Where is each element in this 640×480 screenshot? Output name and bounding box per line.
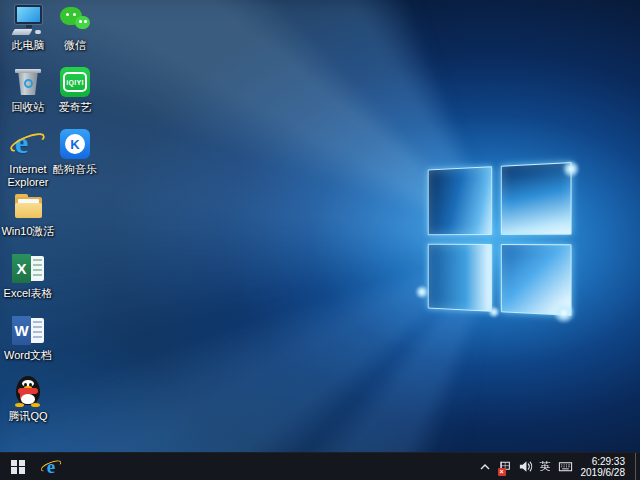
clock-date: 2019/6/28: [581, 467, 626, 478]
desktop: 此电脑 微信 回收站 iQIYI 爱奇艺 e: [0, 0, 640, 480]
qq-icon: [11, 375, 45, 408]
windows-logo-pane: [428, 166, 492, 234]
taskbar-internet-explorer-button[interactable]: e: [36, 453, 66, 480]
taskbar: e × 英: [0, 452, 640, 480]
icon-label: Word文档: [0, 349, 56, 362]
iqiyi-icon: iQIYI: [58, 66, 92, 99]
desktop-icon-wechat[interactable]: 微信: [47, 4, 103, 52]
desktop-icon-win10-activate[interactable]: Win10激活: [0, 190, 56, 238]
windows-logo-pane: [428, 243, 492, 311]
system-tray: × 英 6:29:33 2019/6/28: [477, 453, 640, 480]
windows-logo-pane: [500, 162, 571, 234]
icon-label: 微信: [47, 39, 103, 52]
light-glint: [415, 285, 429, 299]
tray-input-language-indicator[interactable]: 英: [537, 453, 554, 480]
light-glint: [488, 306, 500, 318]
kugou-music-icon: K: [58, 128, 92, 161]
icon-label: 腾讯QQ: [0, 410, 56, 423]
desktop-icon-excel[interactable]: X Excel表格: [0, 252, 56, 300]
windows-logo: [428, 162, 572, 316]
taskbar-clock[interactable]: 6:29:33 2019/6/28: [577, 453, 633, 480]
clock-time: 6:29:33: [592, 456, 625, 467]
folder-icon: [11, 190, 45, 223]
icon-label: Excel表格: [0, 287, 56, 300]
wechat-icon: [58, 4, 92, 37]
tray-chevron-up-icon[interactable]: [477, 453, 494, 480]
icon-label: Win10激活: [0, 225, 56, 238]
tray-touch-keyboard-icon[interactable]: [557, 453, 574, 480]
tray-security-flag-icon[interactable]: ×: [497, 453, 514, 480]
word-icon: W: [11, 314, 45, 347]
desktop-icon-tencent-qq[interactable]: 腾讯QQ: [0, 375, 56, 423]
this-pc-icon: [11, 4, 45, 37]
desktop-icon-word[interactable]: W Word文档: [0, 314, 56, 362]
windows-start-icon: [11, 460, 25, 474]
excel-icon: X: [11, 252, 45, 285]
icon-label: 爱奇艺: [47, 101, 103, 114]
light-glint: [562, 160, 580, 178]
recycle-bin-icon: [11, 66, 45, 99]
show-desktop-button[interactable]: [635, 453, 640, 480]
internet-explorer-icon: e: [11, 128, 45, 161]
desktop-icon-iqiyi[interactable]: iQIYI 爱奇艺: [47, 66, 103, 114]
start-button[interactable]: [0, 453, 36, 480]
icon-label: 酷狗音乐: [47, 163, 103, 176]
light-glint: [553, 302, 575, 324]
desktop-icon-kugou-music[interactable]: K 酷狗音乐: [47, 128, 103, 176]
tray-volume-icon[interactable]: [517, 453, 534, 480]
security-alert-badge: ×: [498, 468, 506, 476]
